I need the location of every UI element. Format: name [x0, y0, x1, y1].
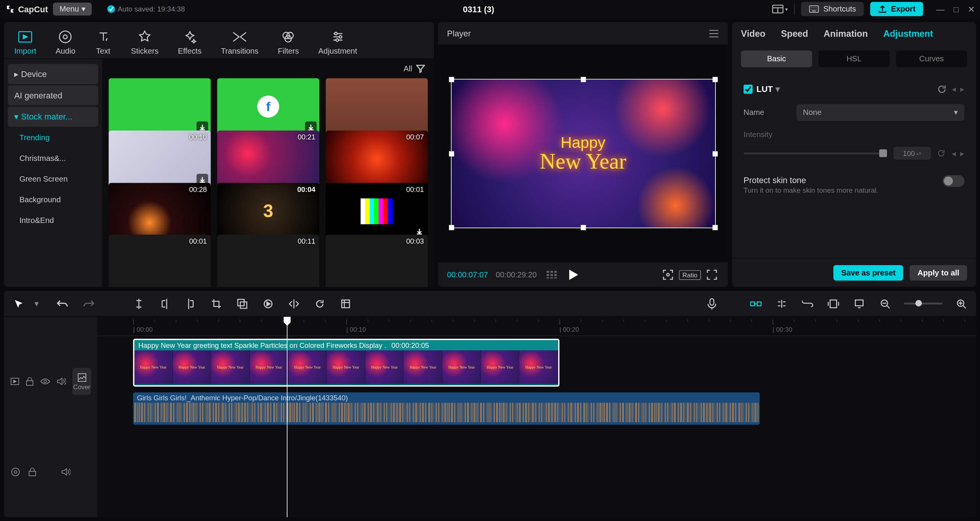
- track-lock-icon[interactable]: [26, 376, 34, 387]
- media-thumb[interactable]: 00:28: [109, 183, 211, 240]
- insp-tab-speed[interactable]: Speed: [781, 28, 808, 44]
- track-video-icon[interactable]: [10, 376, 20, 387]
- close-button[interactable]: ✕: [968, 4, 975, 14]
- playhead[interactable]: [287, 317, 287, 517]
- maximize-button[interactable]: □: [954, 4, 959, 14]
- tab-transitions[interactable]: Transitions: [217, 26, 263, 58]
- intensity-reset-icon[interactable]: [938, 149, 945, 157]
- crop-ratio-tool[interactable]: [338, 297, 353, 311]
- tab-import[interactable]: Import: [10, 26, 40, 58]
- layout-icon[interactable]: ▾: [772, 1, 788, 17]
- media-thumb[interactable]: 00:11: [217, 235, 319, 287]
- insp-tab-adjustment[interactable]: Adjustment: [883, 28, 933, 44]
- lut-name-select[interactable]: None ▾: [797, 104, 965, 121]
- marker-icon[interactable]: [852, 297, 866, 311]
- handle-ml[interactable]: [449, 151, 454, 156]
- ratio-button[interactable]: Ratio: [683, 268, 697, 282]
- prev-keyframe[interactable]: ◂: [952, 84, 956, 93]
- trim-right-tool[interactable]: [183, 297, 198, 311]
- cover-button[interactable]: Cover: [72, 368, 91, 395]
- select-tool[interactable]: [11, 297, 26, 311]
- zoom-in-button[interactable]: [954, 297, 968, 311]
- track-eye-icon[interactable]: [40, 376, 51, 387]
- video-clip[interactable]: Happy New Year greeting text Sparkle Par…: [133, 339, 560, 387]
- track-audio-icon[interactable]: [10, 467, 21, 477]
- subtab-hsl[interactable]: HSL: [818, 51, 890, 67]
- fullframe-icon[interactable]: [661, 268, 675, 282]
- mic-icon[interactable]: [705, 297, 719, 311]
- media-thumb[interactable]: 300:04: [217, 183, 319, 240]
- zoom-out-button[interactable]: [878, 297, 892, 311]
- play-button[interactable]: [567, 268, 581, 282]
- media-thumb[interactable]: 00:07: [326, 130, 428, 188]
- handle-tr[interactable]: [712, 77, 718, 82]
- copy-tool[interactable]: [235, 297, 249, 311]
- tab-text[interactable]: Text: [91, 26, 115, 58]
- menu-button[interactable]: Menu ▾: [53, 3, 92, 16]
- audio-track[interactable]: Girls Girls Girls!_Anthemic Hyper-Pop/Da…: [98, 389, 976, 428]
- media-thumb[interactable]: 00:03: [326, 235, 428, 287]
- media-thumb[interactable]: [326, 78, 428, 136]
- mirror-tool[interactable]: [287, 297, 301, 311]
- handle-bm[interactable]: [580, 225, 586, 230]
- cat-ai[interactable]: AI generated: [8, 85, 98, 105]
- undo-button[interactable]: [56, 297, 70, 311]
- subtab-curves[interactable]: Curves: [896, 51, 967, 67]
- preview-canvas[interactable]: HappyNew Year: [451, 79, 715, 228]
- track-mute-icon[interactable]: [61, 467, 71, 477]
- track-mute-icon[interactable]: [57, 376, 66, 387]
- cat-christmas[interactable]: Christmas&...: [8, 149, 98, 168]
- cat-trending[interactable]: Trending: [8, 128, 98, 147]
- player-viewport[interactable]: HappyNew Year: [438, 44, 728, 262]
- cat-introend[interactable]: Intro&End: [8, 211, 98, 230]
- rotate-tool[interactable]: [313, 297, 327, 311]
- magnet-toggle[interactable]: [749, 297, 763, 311]
- slider-thumb[interactable]: [879, 149, 887, 157]
- fullscreen-icon[interactable]: [705, 268, 719, 282]
- trim-left-tool[interactable]: [158, 297, 172, 311]
- minimize-button[interactable]: —: [936, 4, 944, 14]
- preview-mode-toggle[interactable]: [826, 297, 840, 311]
- media-thumb[interactable]: [109, 78, 211, 136]
- timeline-ruler[interactable]: | 00:00| 00:10| 00:20| 00:30: [98, 317, 976, 336]
- export-button[interactable]: Export: [870, 2, 923, 16]
- media-thumb[interactable]: f: [217, 78, 319, 136]
- intensity-slider[interactable]: [743, 152, 887, 154]
- player-menu-icon[interactable]: [709, 29, 719, 37]
- cat-stock[interactable]: ▾ Stock mater...: [8, 106, 98, 126]
- cat-greenscreen[interactable]: Green Screen: [8, 169, 98, 189]
- apply-all-button[interactable]: Apply to all: [910, 265, 967, 281]
- chevron-down-icon[interactable]: ▾: [776, 84, 780, 93]
- tab-filters[interactable]: Filters: [274, 26, 303, 58]
- audio-clip[interactable]: Girls Girls Girls!_Anthemic Hyper-Pop/Da…: [133, 392, 760, 424]
- subtab-basic[interactable]: Basic: [741, 51, 812, 67]
- intensity-value[interactable]: 100▴▾: [893, 147, 931, 160]
- media-thumb[interactable]: 00:10: [109, 130, 211, 188]
- save-preset-button[interactable]: Save as preset: [833, 265, 903, 281]
- timeline-tracks[interactable]: | 00:00| 00:10| 00:20| 00:30 Happy New Y…: [98, 317, 976, 517]
- zoom-slider[interactable]: [904, 303, 942, 305]
- lut-checkbox[interactable]: [743, 84, 753, 93]
- reset-icon[interactable]: [938, 84, 947, 93]
- video-track[interactable]: Happy New Year greeting text Sparkle Par…: [98, 336, 976, 389]
- skin-tone-toggle[interactable]: [942, 175, 964, 187]
- tab-effects[interactable]: Effects: [174, 26, 206, 58]
- reverse-tool[interactable]: [261, 297, 275, 311]
- next-keyframe[interactable]: ▸: [960, 84, 965, 93]
- media-thumb[interactable]: 00:01: [326, 183, 428, 240]
- snap-toggle[interactable]: [774, 297, 789, 311]
- handle-tl[interactable]: [449, 77, 454, 82]
- tab-stickers[interactable]: Stickers: [127, 26, 162, 58]
- tab-adjustment[interactable]: Adjustment: [314, 26, 361, 58]
- handle-br[interactable]: [712, 225, 718, 230]
- zoom-thumb[interactable]: [915, 300, 922, 306]
- track-lock-icon[interactable]: [27, 467, 38, 477]
- media-thumb[interactable]: 00:01: [109, 235, 211, 287]
- shortcuts-button[interactable]: Shortcuts: [801, 2, 864, 16]
- crop-tool[interactable]: [209, 297, 224, 311]
- handle-tm[interactable]: [580, 77, 586, 82]
- handle-bl[interactable]: [449, 225, 454, 230]
- grid-view-icon[interactable]: [544, 268, 559, 282]
- filter-icon[interactable]: [416, 64, 425, 73]
- media-thumb[interactable]: 00:21: [217, 130, 319, 188]
